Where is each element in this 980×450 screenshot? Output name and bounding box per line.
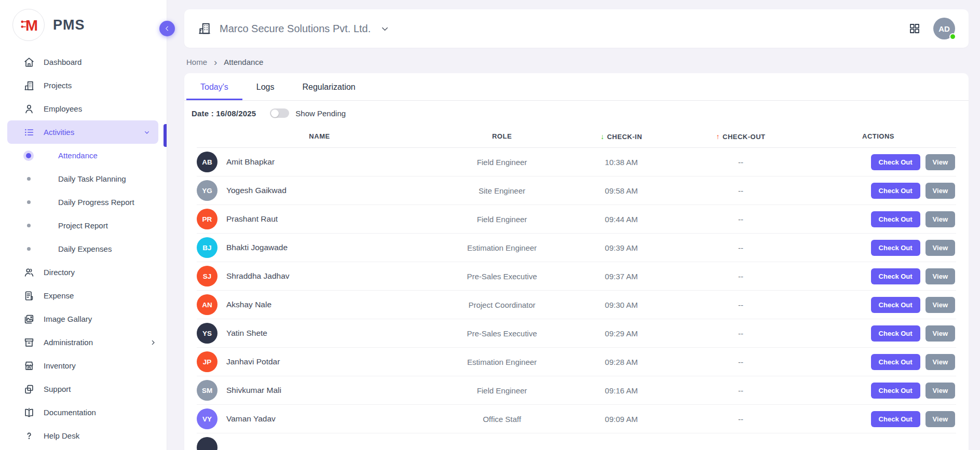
- view-button[interactable]: View: [925, 383, 955, 399]
- building-icon: [198, 22, 211, 35]
- bullet-dot-icon: [23, 224, 34, 227]
- active-menu-indicator: [164, 124, 167, 147]
- check-out-button[interactable]: Check Out: [871, 297, 920, 313]
- actions-cell: Check OutView: [800, 268, 956, 284]
- view-button[interactable]: View: [925, 411, 955, 427]
- sidebar-item-employees[interactable]: Employees: [0, 97, 167, 120]
- sidebar-subitem-daily-progress-report[interactable]: Daily Progress Report: [0, 190, 167, 214]
- sidebar-subitem-daily-task-planning[interactable]: Daily Task Planning: [0, 167, 167, 190]
- bullet-dot-icon: [23, 200, 34, 204]
- check-out-button[interactable]: Check Out: [871, 411, 920, 427]
- employee-name: Amit Bhapkar: [226, 157, 275, 167]
- actions-cell: Check OutView: [800, 383, 956, 399]
- top-actions: AD: [908, 18, 955, 39]
- check-in-cell: 09:39 AM: [562, 243, 681, 252]
- check-in-cell: 09:29 AM: [562, 329, 681, 338]
- employee-cell: VYVaman Yadav: [197, 408, 442, 429]
- check-out-button[interactable]: Check Out: [871, 240, 920, 256]
- svg-text:M: M: [25, 17, 38, 34]
- avatar: AN: [197, 294, 217, 315]
- apps-grid-button[interactable]: [908, 22, 921, 35]
- company-selector[interactable]: Marco Secure Solutions Pvt. Ltd.: [198, 22, 390, 35]
- avatar: YS: [197, 323, 217, 344]
- sidebar-item-activities[interactable]: Activities: [7, 120, 158, 144]
- view-button[interactable]: View: [925, 154, 955, 170]
- sidebar-item-projects[interactable]: Projects: [0, 74, 167, 97]
- actions-cell: Check OutView: [800, 183, 956, 199]
- grid-icon: [908, 22, 921, 35]
- col-role: ROLE: [442, 132, 562, 140]
- check-out-button[interactable]: Check Out: [871, 183, 920, 199]
- sidebar-collapse-button[interactable]: [159, 21, 175, 36]
- col-check-in[interactable]: ↓CHECK-IN: [562, 132, 681, 141]
- col-check-out[interactable]: ↑CHECK-OUT: [681, 132, 800, 141]
- receipt-icon: [23, 290, 35, 302]
- view-button[interactable]: View: [925, 268, 955, 284]
- employee-name: Vaman Yadav: [226, 414, 276, 424]
- sidebar-item-support[interactable]: Support: [0, 377, 167, 401]
- employee-cell: ANAkshay Nale: [197, 294, 442, 315]
- check-out-cell: --: [681, 158, 800, 167]
- sidebar-subitem-attendance[interactable]: Attendance: [0, 144, 167, 167]
- date-label: Date : 16/08/2025: [192, 109, 256, 118]
- brand-logo-icon: M: [12, 9, 45, 41]
- company-name: Marco Secure Solutions Pvt. Ltd.: [220, 23, 371, 35]
- table-row: YGYogesh GaikwadSite Engineer09:58 AM--C…: [197, 176, 956, 205]
- check-out-cell: --: [681, 386, 800, 395]
- view-button[interactable]: View: [925, 183, 955, 199]
- attendance-table: NAME ROLE ↓CHECK-IN ↑CHECK-OUT ACTIONS A…: [184, 125, 969, 450]
- tab-regularization[interactable]: Regularization: [288, 73, 369, 100]
- sidebar: M PMS DashboardProjectsEmployeesActiviti…: [0, 0, 167, 450]
- role-cell: Estimation Engineer: [442, 358, 562, 366]
- sidebar-subitem-daily-expenses[interactable]: Daily Expenses: [0, 237, 167, 261]
- check-out-cell: --: [681, 358, 800, 366]
- sidebar-item-image-gallary[interactable]: Image Gallary: [0, 307, 167, 331]
- bullet-dot-icon: [23, 247, 34, 251]
- tab-logs[interactable]: Logs: [242, 73, 289, 100]
- actions-cell: Check OutView: [800, 154, 956, 170]
- top-header-bar: Marco Secure Solutions Pvt. Ltd. AD: [184, 9, 969, 48]
- sidebar-item-documentation[interactable]: Documentation: [0, 401, 167, 424]
- check-out-button[interactable]: Check Out: [871, 354, 920, 370]
- actions-cell: Check OutView: [800, 354, 956, 370]
- attendance-card: Today'sLogsRegularization Date : 16/08/2…: [184, 73, 969, 450]
- employee-name: Yatin Shete: [226, 329, 267, 338]
- sidebar-item-directory[interactable]: Directory: [0, 261, 167, 284]
- sort-down-arrow-icon: ↓: [601, 132, 605, 141]
- employee-name: Janhavi Potdar: [226, 357, 280, 366]
- tab-today-s[interactable]: Today's: [186, 73, 242, 100]
- user-avatar[interactable]: AD: [933, 18, 955, 39]
- check-out-button[interactable]: Check Out: [871, 154, 920, 170]
- employee-name: Shivkumar Mali: [226, 386, 281, 395]
- sidebar-subitem-project-report[interactable]: Project Report: [0, 214, 167, 237]
- table-row: JPJanhavi PotdarEstimation Engineer09:28…: [197, 348, 956, 376]
- actions-cell: Check OutView: [800, 211, 956, 227]
- sidebar-item-administration[interactable]: Administration: [0, 331, 167, 354]
- check-out-button[interactable]: Check Out: [871, 383, 920, 399]
- avatar: [197, 437, 217, 450]
- table-row: YSYatin ShetePre-Sales Executive09:29 AM…: [197, 319, 956, 348]
- table-row: SMShivkumar MaliField Engineer09:16 AM--…: [197, 376, 956, 405]
- show-pending-toggle[interactable]: [270, 108, 289, 118]
- sidebar-item-help-desk[interactable]: Help Desk: [0, 424, 167, 447]
- people-icon: [23, 267, 35, 278]
- check-out-cell: --: [681, 329, 800, 338]
- breadcrumb-home[interactable]: Home: [186, 58, 207, 66]
- check-in-cell: 10:38 AM: [562, 158, 681, 167]
- view-button[interactable]: View: [925, 240, 955, 256]
- view-button[interactable]: View: [925, 354, 955, 370]
- view-button[interactable]: View: [925, 325, 955, 342]
- view-button[interactable]: View: [925, 297, 955, 313]
- sidebar-item-expense[interactable]: Expense: [0, 284, 167, 307]
- check-out-button[interactable]: Check Out: [871, 325, 920, 342]
- role-cell: Field Engineer: [442, 215, 562, 224]
- check-out-button[interactable]: Check Out: [871, 211, 920, 227]
- view-button[interactable]: View: [925, 211, 955, 227]
- toggle-knob: [271, 110, 279, 117]
- role-cell: Pre-Sales Executive: [442, 329, 562, 338]
- chevron-down-icon: [380, 24, 390, 34]
- online-status-dot: [949, 33, 956, 40]
- sidebar-item-dashboard[interactable]: Dashboard: [0, 50, 167, 74]
- check-out-button[interactable]: Check Out: [871, 268, 920, 284]
- sidebar-item-inventory[interactable]: Inventory: [0, 354, 167, 377]
